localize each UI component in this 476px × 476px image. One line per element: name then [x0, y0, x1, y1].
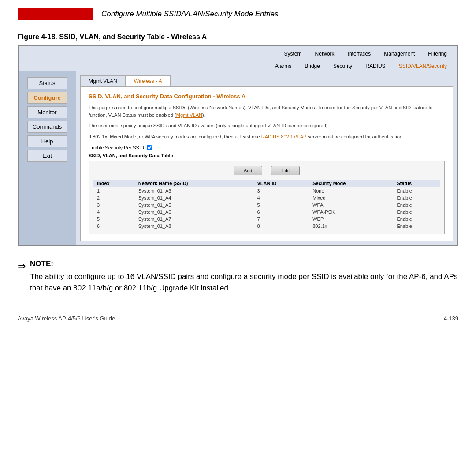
- table-row[interactable]: 1System_01_A33NoneEnable: [93, 187, 440, 195]
- sidebar-btn-help[interactable]: Help: [27, 135, 67, 147]
- table-row[interactable]: 6System_01_A88802.1xEnable: [93, 223, 440, 230]
- desc-text-3: If 802.1x, Mixed Mode, or WPA security m…: [89, 133, 445, 141]
- desc-text-1: This page is used to configure multiple …: [89, 104, 445, 119]
- table-cell-3: 802.1x: [309, 223, 393, 230]
- table-cell-4: Enable: [394, 187, 440, 195]
- sidebar-btn-configure[interactable]: Configure: [27, 92, 67, 104]
- nav-tab-bridge[interactable]: Bridge: [298, 61, 326, 71]
- nav-tab-security[interactable]: Security: [327, 61, 358, 71]
- page-footer: Avaya Wireless AP-4/5/6 User's Guide 4-1…: [0, 307, 476, 330]
- table-cell-2: 3: [253, 187, 309, 195]
- enable-security-row: Enable Security Per SSID: [89, 145, 445, 150]
- sub-tab-mgmt-vlan[interactable]: Mgmt VLAN: [80, 75, 126, 86]
- nav-tab-network[interactable]: Network: [309, 49, 341, 59]
- table-cell-4: Enable: [394, 216, 440, 223]
- table-cell-0: 4: [93, 208, 135, 216]
- sub-tab-wireless-a[interactable]: Wireless - A: [126, 75, 171, 86]
- nav-tab-radius[interactable]: RADIUS: [359, 61, 391, 71]
- table-cell-2: 6: [253, 208, 309, 216]
- table-cell-2: 7: [253, 216, 309, 223]
- col-security: Security Mode: [309, 180, 393, 187]
- table-cell-2: 5: [253, 201, 309, 208]
- table-cell-3: None: [309, 187, 393, 195]
- sidebar-btn-commands[interactable]: Commands: [27, 121, 67, 133]
- note-label: NOTE:: [30, 260, 458, 268]
- table-cell-0: 6: [93, 223, 135, 230]
- table-cell-3: WPA-PSK: [309, 208, 393, 216]
- ssid-table: Index Network Name (SSID) VLAN ID Securi…: [93, 180, 440, 230]
- table-cell-1: System_01_A6: [135, 208, 254, 216]
- table-row[interactable]: 2System_01_A44MixedEnable: [93, 194, 440, 201]
- table-cell-1: System_01_A8: [135, 223, 254, 230]
- enable-security-checkbox[interactable]: [147, 145, 152, 150]
- col-ssid: Network Name (SSID): [135, 180, 254, 187]
- note-text: The ability to configure up to 16 VLAN/S…: [30, 271, 458, 294]
- data-table-box: Add Edit Index Network Name (SSID) VLAN …: [89, 161, 445, 234]
- table-cell-4: Enable: [394, 201, 440, 208]
- radius-link[interactable]: RADIUS 802.1x/EAP: [261, 134, 307, 139]
- sub-tabs: Mgmt VLAN Wireless - A: [80, 75, 453, 86]
- sidebar-btn-exit[interactable]: Exit: [27, 150, 67, 162]
- desc-text-2: The user must specify unique SSIDs and V…: [89, 122, 445, 130]
- nav-tab-alarms[interactable]: Alarms: [269, 61, 298, 71]
- table-cell-3: WEP: [309, 216, 393, 223]
- col-vlan: VLAN ID: [253, 180, 309, 187]
- table-label: SSID, VLAN, and Security Data Table: [89, 153, 445, 158]
- button-row: Add Edit: [93, 166, 440, 175]
- nav-tab-system[interactable]: System: [278, 49, 308, 59]
- table-cell-2: 8: [253, 223, 309, 230]
- table-cell-3: Mixed: [309, 194, 393, 201]
- figure-caption: Figure 4-18. SSID, VLAN, and Security Ta…: [0, 25, 476, 45]
- header-title: Configure Multiple SSID/VLAN/Security Mo…: [101, 10, 279, 19]
- nav-tabs-row2: Alarms Bridge Security RADIUS SSID/VLAN/…: [19, 59, 457, 71]
- nav-tab-ssid-vlan[interactable]: SSID/VLAN/Security: [393, 61, 453, 71]
- mgmt-vlan-link[interactable]: Mgmt VLAN: [176, 112, 202, 118]
- enable-security-label: Enable Security Per SSID: [89, 145, 144, 150]
- table-cell-1: System_01_A4: [135, 194, 254, 201]
- edit-button[interactable]: Edit: [271, 166, 300, 175]
- nav-tab-management[interactable]: Management: [378, 49, 421, 59]
- screenshot-box: System Network Interfaces Management Fil…: [18, 45, 458, 246]
- table-row[interactable]: 4System_01_A66WPA-PSKEnable: [93, 208, 440, 216]
- footer-left: Avaya Wireless AP-4/5/6 User's Guide: [18, 315, 115, 322]
- sidebar: Status Configure Monitor Commands Help E…: [19, 71, 76, 245]
- table-cell-1: System_01_A5: [135, 201, 254, 208]
- header-red-bar: [18, 8, 93, 20]
- table-cell-2: 4: [253, 194, 309, 201]
- table-cell-0: 2: [93, 194, 135, 201]
- note-content: NOTE: The ability to configure up to 16 …: [30, 260, 458, 294]
- table-cell-4: Enable: [394, 208, 440, 216]
- inner-box: SSID, VLAN, and Security Data Configurat…: [80, 86, 453, 241]
- col-status: Status: [394, 180, 440, 187]
- table-cell-0: 5: [93, 216, 135, 223]
- table-cell-4: Enable: [394, 194, 440, 201]
- table-cell-0: 1: [93, 187, 135, 195]
- nav-tabs-row1: System Network Interfaces Management Fil…: [19, 46, 457, 59]
- sidebar-btn-status[interactable]: Status: [27, 77, 67, 89]
- add-button[interactable]: Add: [234, 166, 263, 175]
- col-index: Index: [93, 180, 135, 187]
- table-cell-4: Enable: [394, 223, 440, 230]
- main-area: Status Configure Monitor Commands Help E…: [19, 71, 457, 245]
- nav-tab-filtering[interactable]: Filtering: [422, 49, 453, 59]
- table-row[interactable]: 5System_01_A77WEPEnable: [93, 216, 440, 223]
- table-row[interactable]: 3System_01_A55WPAEnable: [93, 201, 440, 208]
- note-arrow-icon: ⇒: [18, 260, 26, 272]
- table-cell-1: System_01_A7: [135, 216, 254, 223]
- note-section: ⇒ NOTE: The ability to configure up to 1…: [0, 246, 476, 302]
- content-title: SSID, VLAN, and Security Data Configurat…: [89, 93, 445, 100]
- table-cell-3: WPA: [309, 201, 393, 208]
- content-panel: Mgmt VLAN Wireless - A SSID, VLAN, and S…: [76, 71, 457, 245]
- footer-right: 4-139: [444, 315, 458, 322]
- table-cell-1: System_01_A3: [135, 187, 254, 195]
- table-cell-0: 3: [93, 201, 135, 208]
- page-header: Configure Multiple SSID/VLAN/Security Mo…: [0, 0, 476, 25]
- nav-tab-interfaces[interactable]: Interfaces: [342, 49, 377, 59]
- sidebar-btn-monitor[interactable]: Monitor: [27, 106, 67, 118]
